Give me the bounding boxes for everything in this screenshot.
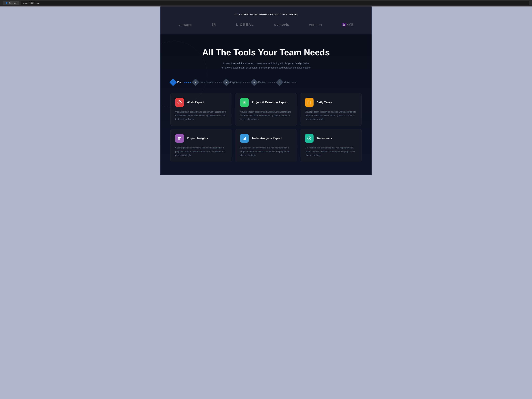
step-dots-5 — [291, 82, 296, 83]
dot — [217, 82, 218, 83]
dot — [293, 82, 294, 83]
card-header-project-resource: Project & Resource Report — [240, 98, 292, 107]
step-label-organize: Organize — [230, 81, 241, 84]
logos-tagline: JOIN OVER 20,000 HIGHLY PRODUCTIVE TEAMS — [171, 13, 361, 16]
step-badge-collaborate: 2 — [192, 79, 199, 86]
card-desc-project-insights: Get insights into everything that has ha… — [175, 146, 227, 157]
step-plan[interactable]: 1 Plan — [171, 80, 182, 85]
dot — [221, 82, 222, 83]
dot — [270, 82, 271, 83]
cards-grid: Work Report Visualize team capacity and … — [171, 93, 361, 169]
tools-hero: All The Tools Your Team Needs Lorem ipsu… — [171, 48, 361, 70]
step-badge-organize: 3 — [222, 79, 230, 86]
card-timesheets[interactable]: Timesheets Get insights into everything … — [300, 129, 361, 162]
url-bar[interactable]: www.dribbble.com — [21, 1, 529, 5]
card-icon-timesheets — [305, 134, 314, 143]
logo-google: G — [212, 22, 216, 28]
step-dots-2 — [215, 82, 222, 83]
step-dots-4 — [268, 82, 275, 83]
svg-rect-9 — [243, 139, 243, 140]
card-icon-work-report — [175, 98, 184, 107]
step-deliver[interactable]: 4 Deliver — [252, 80, 266, 85]
tools-section: All The Tools Your Team Needs Lorem ipsu… — [160, 34, 372, 175]
card-title-project-resource: Project & Resource Report — [252, 101, 288, 104]
card-header-tasks-analysis: Tasks Analysis Report — [240, 134, 292, 143]
dot — [272, 82, 273, 83]
step-label-plan: Plan — [177, 81, 182, 84]
vmware-suffix: ware — [184, 23, 192, 27]
tab-favicon: 👤 — [5, 2, 8, 4]
tools-title: All The Tools Your Team Needs — [171, 48, 361, 57]
logo-nyu: 🏛NYU — [342, 23, 353, 26]
svg-rect-10 — [244, 138, 245, 140]
card-desc-work-report: Visualize team capacity and assign work … — [175, 110, 227, 121]
steps-nav: 1 Plan 2 Collaborate — [171, 80, 361, 85]
card-header-daily-tasks: Daily Tasks — [305, 98, 357, 107]
step-dots-1 — [184, 82, 191, 83]
step-label-more: More — [284, 81, 290, 84]
svg-rect-5 — [308, 101, 310, 104]
tools-subtitle: Lorem ipsum dolor sit amet, consectetur … — [219, 61, 313, 70]
page-wrapper: JOIN OVER 20,000 HIGHLY PRODUCTIVE TEAMS… — [160, 6, 372, 175]
card-title-project-insights: Project Insights — [187, 137, 208, 140]
browser-chrome: 👤 Sign out www.dribbble.com — [0, 0, 532, 6]
card-header-timesheets: Timesheets — [305, 134, 357, 143]
logos-section: JOIN OVER 20,000 HIGHLY PRODUCTIVE TEAMS… — [160, 6, 372, 34]
dot — [274, 82, 275, 83]
logos-row: vmware G L'OREAL ⊕emovis verizon 🏛NYU — [171, 22, 361, 28]
step-label-deliver: Deliver — [258, 81, 266, 84]
card-header-work-report: Work Report — [175, 98, 227, 107]
step-organize[interactable]: 3 Organize — [224, 80, 241, 85]
card-work-report[interactable]: Work Report Visualize team capacity and … — [171, 93, 232, 126]
vmware-prefix: vm — [179, 23, 184, 27]
dot — [295, 82, 296, 83]
dot — [188, 82, 189, 83]
dot — [243, 82, 244, 83]
card-desc-project-resource: Visualize team capacity and assign work … — [240, 110, 292, 121]
card-header-project-insights: Project Insights — [175, 134, 227, 143]
card-title-work-report: Work Report — [187, 101, 204, 104]
card-tasks-analysis[interactable]: Tasks Analysis Report Get insights into … — [235, 129, 297, 162]
dot — [268, 82, 270, 83]
dot — [291, 82, 293, 83]
step-badge-more: 5 — [276, 79, 283, 86]
card-title-timesheets: Timesheets — [317, 137, 332, 140]
card-desc-timesheets: Get insights into everything that has ha… — [305, 146, 357, 157]
card-icon-project-insights — [175, 134, 184, 143]
dot — [186, 82, 187, 83]
card-desc-daily-tasks: Visualize team capacity and assign work … — [305, 110, 357, 121]
logo-loreal: L'OREAL — [236, 23, 254, 27]
card-project-insights[interactable]: Project Insights Get insights into every… — [171, 129, 232, 162]
dot — [248, 82, 250, 83]
card-desc-tasks-analysis: Get insights into everything that has ha… — [240, 146, 292, 157]
card-icon-daily-tasks — [305, 98, 314, 107]
dot — [215, 82, 216, 83]
card-icon-project-resource — [240, 98, 249, 107]
card-project-resource[interactable]: Project & Resource Report Visualize team… — [235, 93, 297, 126]
svg-line-14 — [309, 138, 310, 139]
dot — [219, 82, 220, 83]
tab-label: Sign out — [9, 2, 16, 4]
step-badge-plan: 1 — [169, 79, 177, 86]
logo-emovis: ⊕emovis — [274, 23, 289, 27]
card-title-tasks-analysis: Tasks Analysis Report — [252, 137, 282, 140]
url-text: www.dribbble.com — [23, 2, 39, 4]
card-daily-tasks[interactable]: Daily Tasks Visualize team capacity and … — [300, 93, 361, 126]
card-title-daily-tasks: Daily Tasks — [317, 101, 332, 104]
browser-tab[interactable]: 👤 Sign out — [3, 1, 19, 5]
step-dots-3 — [243, 82, 250, 83]
step-more[interactable]: 5 More — [277, 80, 290, 85]
logo-verizon: verizon — [309, 23, 322, 27]
step-label-collaborate: Collaborate — [200, 81, 213, 84]
logo-vmware: vmware — [179, 23, 192, 27]
dot — [190, 82, 191, 83]
dot — [245, 82, 246, 83]
step-badge-deliver: 4 — [250, 79, 258, 86]
dot — [247, 82, 248, 83]
step-collaborate[interactable]: 2 Collaborate — [193, 80, 213, 85]
card-icon-tasks-analysis — [240, 134, 249, 143]
dot — [184, 82, 185, 83]
svg-rect-11 — [245, 137, 246, 140]
